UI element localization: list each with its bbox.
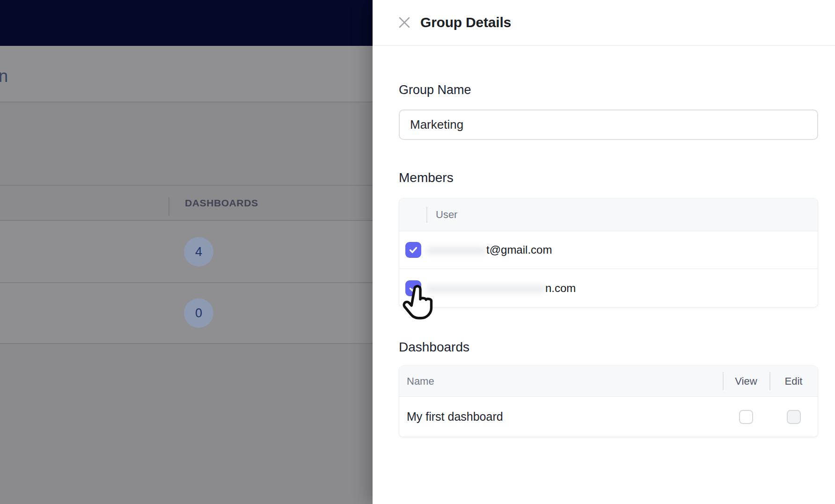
user-column-header: User — [427, 198, 457, 231]
background-table-header: DASHBOARDS — [0, 185, 373, 220]
member-checkbox[interactable] — [405, 280, 421, 296]
clipped-page-heading: n — [0, 66, 8, 86]
column-divider — [168, 197, 169, 216]
table-row: 0 — [0, 282, 373, 343]
drawer-title: Group Details — [420, 15, 511, 30]
edit-column-header: Edit — [785, 375, 803, 387]
redacted-email-prefix: xxxxxxxxxxxxxxxxxx — [427, 282, 545, 295]
dashboard-row: My first dashboard — [399, 397, 818, 437]
dashboard-name: My first dashboard — [399, 397, 723, 437]
group-name-input[interactable] — [399, 110, 818, 140]
members-table: User xxxxxxxxxt@gmail.com — [399, 198, 818, 307]
dashboard-count-badge: 4 — [184, 237, 213, 266]
table-row: 4 — [0, 220, 373, 282]
checkbox-column-header — [399, 198, 427, 231]
member-email: xxxxxxxxxt@gmail.com — [427, 231, 552, 269]
close-button[interactable] — [397, 15, 412, 30]
members-heading: Members — [399, 170, 818, 185]
dashboards-table: Name View Edit My first dashboard — [399, 365, 818, 437]
close-icon — [397, 15, 411, 29]
member-email: xxxxxxxxxxxxxxxxxxn.com — [427, 269, 576, 307]
checkmark-icon — [408, 283, 419, 294]
view-column-header: View — [735, 375, 757, 387]
email-suffix: t@gmail.com — [486, 243, 552, 256]
drawer-content: Group Name Members User xxxxxxxxxt@gmail… — [373, 82, 835, 437]
group-name-label: Group Name — [399, 82, 818, 97]
drawer-header: Group Details — [373, 0, 835, 46]
app-top-navbar — [0, 0, 373, 46]
email-suffix: n.com — [545, 282, 576, 295]
members-table-header: User — [399, 198, 818, 231]
member-row: xxxxxxxxxt@gmail.com — [399, 231, 818, 269]
dashboard-count-badge: 0 — [184, 299, 213, 328]
member-checkbox[interactable] — [405, 242, 421, 258]
dashboards-table-header: Name View Edit — [399, 366, 818, 397]
redacted-email-prefix: xxxxxxxxx — [427, 243, 486, 256]
name-column-header: Name — [399, 366, 723, 396]
member-row: xxxxxxxxxxxxxxxxxxn.com — [399, 269, 818, 307]
dimmed-page-overlay[interactable]: n DASHBOARDS 4 0 — [0, 0, 373, 504]
checkmark-icon — [408, 244, 419, 256]
dashboards-column-header: DASHBOARDS — [185, 186, 258, 220]
edit-permission-checkbox[interactable] — [787, 410, 801, 424]
dashboards-heading: Dashboards — [399, 339, 818, 355]
view-permission-checkbox[interactable] — [739, 410, 753, 424]
table-footer-area — [0, 343, 373, 504]
toolbar-area — [0, 102, 373, 185]
group-details-drawer: Group Details Group Name Members User — [373, 0, 835, 504]
page-header-area: n — [0, 46, 373, 102]
